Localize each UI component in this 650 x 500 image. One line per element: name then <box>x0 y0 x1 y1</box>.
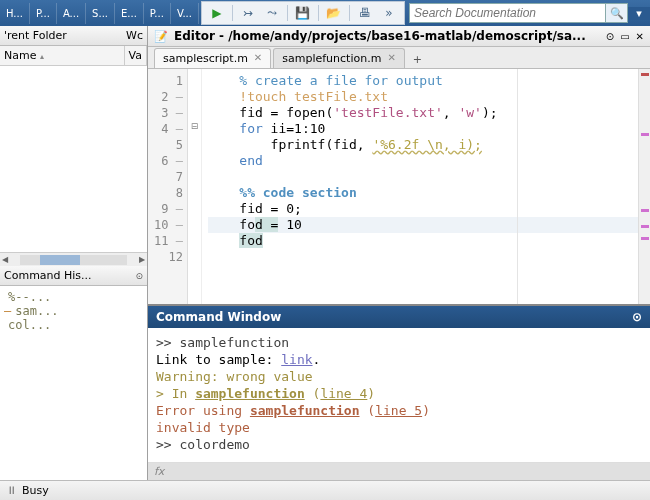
print-icon[interactable]: 🖶 <box>356 4 374 22</box>
history-item[interactable]: col... <box>4 318 143 332</box>
folder-contents[interactable] <box>0 66 147 252</box>
separator <box>287 5 288 21</box>
code-line[interactable]: fprintf(fid, '%6.2f \n, i); <box>208 137 638 153</box>
scroll-thumb[interactable] <box>40 255 80 265</box>
line-numbers: 123456789101112 <box>148 69 188 304</box>
hscrollbar[interactable]: ◀ ▶ <box>0 252 147 266</box>
save-icon[interactable]: 💾 <box>294 4 312 22</box>
close-icon[interactable]: ✕ <box>387 52 395 65</box>
code-line[interactable]: !touch testFile.txt <box>208 89 638 105</box>
command-window-output[interactable]: >> samplefunctionLink to sample: link.Wa… <box>148 328 650 462</box>
cmd-line: Link to sample: link. <box>156 351 642 368</box>
separator <box>349 5 350 21</box>
workspace-tab[interactable]: Wc <box>126 29 143 42</box>
busy-icon: ⏸ <box>6 484 16 497</box>
search-input[interactable] <box>409 3 606 23</box>
code-line[interactable]: for ii=1:10 <box>208 121 638 137</box>
command-window-label: Command Window <box>156 310 281 324</box>
editor-tabs: samplescript.m ✕samplefunction.m ✕+ <box>148 47 650 69</box>
step-out-icon[interactable]: ⤳ <box>263 4 281 22</box>
tab-label: samplefunction.m <box>282 52 381 65</box>
more-icon[interactable]: » <box>380 4 398 22</box>
dropdown-icon[interactable]: ⊙ <box>632 310 642 324</box>
code-line[interactable]: fid = fopen('testFile.txt', 'w'); <box>208 105 638 121</box>
toolbar-dropdown-icon[interactable]: ▾ <box>628 7 650 20</box>
cmd-line: Error using samplefunction (line 5) <box>156 402 642 419</box>
ribbon-tab[interactable]: S... <box>86 3 115 24</box>
cmd-line: >> colordemo <box>156 436 642 453</box>
ribbon-tab[interactable]: P... <box>30 3 57 24</box>
ribbon-tab[interactable]: A... <box>57 3 86 24</box>
search-documentation: 🔍 <box>409 3 628 23</box>
code-line[interactable] <box>208 249 638 265</box>
editor-title: Editor - /home/andy/projects/base16-matl… <box>174 29 600 43</box>
close-icon[interactable]: ✕ <box>636 31 644 42</box>
editor-titlebar: 📝 Editor - /home/andy/projects/base16-ma… <box>148 26 650 47</box>
ribbon-tab[interactable]: E... <box>115 3 144 24</box>
separator <box>232 5 233 21</box>
ribbon-tab[interactable]: V... <box>171 3 199 24</box>
current-folder-label: 'rent Folder <box>4 29 67 42</box>
warning-marker[interactable] <box>641 237 649 240</box>
fold-gutter[interactable]: ⊟ <box>188 69 202 304</box>
code-line[interactable]: end <box>208 153 638 169</box>
current-folder-title[interactable]: 'rent Folder Wc <box>0 26 147 46</box>
scroll-left-icon[interactable]: ◀ <box>0 255 10 264</box>
status-text: Busy <box>22 484 49 497</box>
close-icon[interactable]: ✕ <box>254 52 262 65</box>
dropdown-icon[interactable]: ⊙ <box>606 31 614 42</box>
code-line[interactable]: % create a file for output <box>208 73 638 89</box>
warning-marker[interactable] <box>641 225 649 228</box>
run-icon[interactable]: ▶ <box>208 4 226 22</box>
ribbon-tab[interactable]: H... <box>0 3 30 24</box>
history-item[interactable]: sam... <box>4 304 143 318</box>
code-area[interactable]: 123456789101112 ⊟ % create a file for ou… <box>148 69 650 304</box>
status-bar: ⏸ Busy <box>0 480 650 500</box>
file-tab[interactable]: samplefunction.m ✕ <box>273 48 405 68</box>
ribbon-tab[interactable]: P... <box>144 3 171 24</box>
file-tab[interactable]: samplescript.m ✕ <box>154 48 271 68</box>
ribbon-tabs: H...P...A...S...E...P...V... <box>0 3 199 24</box>
code-line[interactable]: fod = 10 <box>208 217 638 233</box>
error-marker[interactable] <box>641 73 649 76</box>
maximize-icon[interactable]: ▭ <box>620 31 629 42</box>
column-guide <box>517 69 518 304</box>
fx-prompt[interactable]: fx <box>148 462 650 480</box>
editor-icon: 📝 <box>154 30 168 43</box>
col-value[interactable]: Va <box>125 46 147 65</box>
cmd-line: invalid type <box>156 419 642 436</box>
folder-columns: Name ▴ Va <box>0 46 147 66</box>
search-go-icon[interactable]: 🔍 <box>606 3 628 23</box>
quick-access-toolbar: ▶ ↣ ⤳ 💾 📂 🖶 » <box>201 1 405 25</box>
warning-marker[interactable] <box>641 133 649 136</box>
scroll-right-icon[interactable]: ▶ <box>137 255 147 264</box>
code-line[interactable] <box>208 169 638 185</box>
command-window-titlebar[interactable]: Command Window ⊙ <box>148 306 650 328</box>
tab-label: samplescript.m <box>163 52 248 65</box>
step-icon[interactable]: ↣ <box>239 4 257 22</box>
warning-marker[interactable] <box>641 209 649 212</box>
dropdown-icon[interactable]: ⊙ <box>135 271 143 281</box>
cmd-line: Warning: wrong value <box>156 368 642 385</box>
code-line[interactable]: fid = 0; <box>208 201 638 217</box>
cmd-line: > In samplefunction (line 4) <box>156 385 642 402</box>
col-name[interactable]: Name ▴ <box>0 46 125 65</box>
top-toolbar: H...P...A...S...E...P...V... ▶ ↣ ⤳ 💾 📂 🖶… <box>0 0 650 26</box>
cmd-line: >> samplefunction <box>156 334 642 351</box>
message-bar[interactable] <box>638 69 650 304</box>
code-line[interactable]: fod <box>208 233 638 249</box>
new-tab-button[interactable]: + <box>407 51 428 68</box>
command-history-label: Command His... <box>4 269 92 282</box>
code-text[interactable]: % create a file for output !touch testFi… <box>202 69 638 304</box>
command-history-title[interactable]: Command His... ⊙ <box>0 266 147 286</box>
open-icon[interactable]: 📂 <box>325 4 343 22</box>
history-item[interactable]: %--... <box>4 290 143 304</box>
code-line[interactable]: %% code section <box>208 185 638 201</box>
separator <box>318 5 319 21</box>
command-history-list[interactable]: %--...sam...col... <box>0 286 147 480</box>
